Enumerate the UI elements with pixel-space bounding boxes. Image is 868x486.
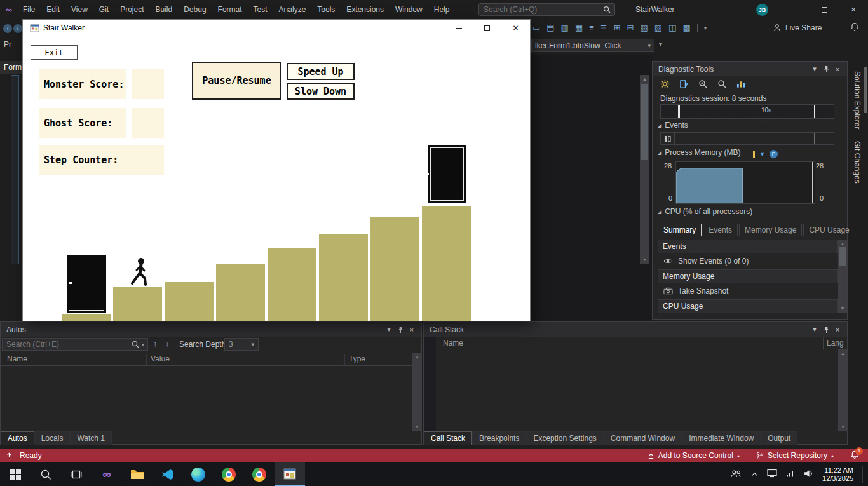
vs-close-button[interactable]: × <box>839 0 868 19</box>
edge-taskbar-icon[interactable] <box>183 462 214 486</box>
menu-analyze[interactable]: Analyze <box>273 0 312 19</box>
autos-scrollbar[interactable]: ▲ ▼ <box>412 353 422 431</box>
chrome-profile2-taskbar-icon[interactable] <box>244 462 275 486</box>
align-centers-icon[interactable]: ▤ <box>546 23 554 32</box>
timeline-ruler[interactable]: 10s <box>660 104 834 119</box>
scrollbar-thumb[interactable] <box>839 247 846 266</box>
select-repository-button[interactable]: Select Repository ▴ <box>756 451 834 460</box>
column-language[interactable]: Lang <box>823 337 844 349</box>
vscode-taskbar-icon[interactable] <box>153 462 183 486</box>
next-result-icon[interactable]: ↓ <box>165 339 170 348</box>
close-icon[interactable]: × <box>832 326 843 334</box>
close-icon[interactable]: × <box>406 326 417 334</box>
toolbar-overflow-icon[interactable]: ▾ <box>704 25 707 31</box>
menu-extensions[interactable]: Extensions <box>341 0 390 19</box>
show-events-link[interactable]: Show Events (0 of 0) <box>658 253 838 269</box>
slow-down-button[interactable]: Slow Down <box>287 83 355 100</box>
column-divider[interactable] <box>146 354 147 365</box>
scroll-down-icon[interactable]: ▼ <box>640 257 649 263</box>
rail-scrollbar-thumb[interactable] <box>864 67 867 113</box>
align-rights-icon[interactable]: ▥ <box>561 23 569 32</box>
tab-autos[interactable]: Autos <box>1 431 34 445</box>
volume-icon[interactable] <box>804 469 813 480</box>
pin-icon[interactable] <box>820 65 832 73</box>
settings-gear-icon[interactable] <box>660 79 670 91</box>
live-share-button[interactable]: Live Share <box>773 19 822 36</box>
people-icon[interactable] <box>730 469 742 480</box>
tab-immediate-window[interactable]: Immediate Window <box>682 431 761 445</box>
expander-icon[interactable]: ◢ <box>658 123 661 128</box>
quick-search-input[interactable] <box>479 5 603 14</box>
send-to-back-icon[interactable]: ▩ <box>682 23 690 32</box>
scroll-down-icon[interactable]: ▼ <box>412 424 422 430</box>
tab-command-window[interactable]: Command Window <box>604 431 682 445</box>
tab-output[interactable]: Output <box>761 431 797 445</box>
column-name[interactable]: Name <box>7 354 27 363</box>
autos-search-box[interactable]: ▾ <box>2 338 148 351</box>
expander-icon[interactable]: ◢ <box>658 150 661 156</box>
background-tasks-icon[interactable] <box>6 451 13 461</box>
navigate-forward-icon[interactable]: › <box>13 24 22 33</box>
scroll-up-icon[interactable]: ▲ <box>412 354 422 360</box>
vs-maximize-button[interactable] <box>810 0 839 19</box>
editor-scrollbar[interactable]: ▲ ▼ <box>640 75 649 264</box>
previous-result-icon[interactable]: ↑ <box>153 339 158 348</box>
exit-button[interactable]: Exit <box>31 45 78 60</box>
notifications-button[interactable]: 1 <box>850 450 859 461</box>
search-depth-combo[interactable]: 3 ▾ <box>224 338 259 351</box>
rail-tab-git-changes[interactable]: Git Changes <box>853 141 862 184</box>
menu-view[interactable]: View <box>65 0 93 19</box>
task-view-button[interactable] <box>61 462 92 486</box>
menu-help[interactable]: Help <box>428 0 456 19</box>
add-to-source-control-button[interactable]: Add to Source Control ▴ <box>648 451 740 460</box>
pause-resume-button[interactable]: Pause/Resume <box>192 62 281 100</box>
pin-icon[interactable] <box>395 326 406 334</box>
tab-events[interactable]: Events <box>703 224 738 236</box>
take-snapshot-link[interactable]: Take Snapshot <box>658 283 838 299</box>
scroll-up-icon[interactable]: ▲ <box>640 76 649 83</box>
scrollbar-thumb[interactable] <box>641 84 648 160</box>
menu-edit[interactable]: Edit <box>41 0 65 19</box>
tab-exception-settings[interactable]: Exception Settings <box>526 431 603 445</box>
menu-format[interactable]: Format <box>212 0 248 19</box>
align-bottoms-icon[interactable]: ≣ <box>600 23 607 32</box>
scroll-up-icon[interactable]: ▲ <box>838 351 848 357</box>
tab-memory-usage[interactable]: Memory Usage <box>739 224 802 236</box>
hidden-icons-chevron[interactable] <box>751 471 758 478</box>
start-button[interactable] <box>0 462 31 486</box>
vertical-spacing-icon[interactable]: ▨ <box>654 23 662 32</box>
menu-file[interactable]: File <box>17 0 41 19</box>
taskbar-search-button[interactable] <box>31 462 61 486</box>
scroll-up-icon[interactable]: ▲ <box>838 241 847 247</box>
close-icon[interactable]: × <box>832 65 843 73</box>
navigate-back-icon[interactable]: ‹ <box>3 24 12 33</box>
chevron-down-icon[interactable]: ▾ <box>142 342 144 348</box>
speed-up-button[interactable]: Speed Up <box>287 63 355 80</box>
file-explorer-taskbar-icon[interactable] <box>122 462 153 486</box>
display-icon[interactable] <box>767 469 777 480</box>
window-position-icon[interactable]: ▾ <box>809 65 820 73</box>
document-tab-form[interactable]: Form <box>0 61 22 74</box>
tab-breakpoints[interactable]: Breakpoints <box>472 431 526 445</box>
cpu-section-header[interactable]: ◢ CPU (% of all processors) <box>658 207 752 216</box>
tab-locals[interactable]: Locals <box>34 431 71 445</box>
align-lefts-icon[interactable]: ▭ <box>532 23 540 32</box>
menu-git[interactable]: Git <box>93 0 114 19</box>
make-same-height-icon[interactable]: ⊟ <box>627 23 634 32</box>
visual-studio-taskbar-icon[interactable]: ∞ <box>92 462 122 486</box>
vs-minimize-button[interactable] <box>780 0 810 19</box>
tab-watch-1[interactable]: Watch 1 <box>70 431 112 445</box>
menu-build[interactable]: Build <box>150 0 179 19</box>
autos-search-input[interactable] <box>3 340 132 349</box>
events-swimlane[interactable] <box>660 132 834 145</box>
column-value[interactable]: Value <box>151 354 170 363</box>
column-name[interactable]: Name <box>443 339 463 348</box>
events-section-header[interactable]: ◢ Events <box>658 121 688 130</box>
align-tops-icon[interactable]: ▦ <box>575 23 583 32</box>
expander-icon[interactable]: ◢ <box>658 209 661 215</box>
menu-debug[interactable]: Debug <box>178 0 212 19</box>
pin-icon[interactable] <box>820 326 832 334</box>
memory-section-header[interactable]: ◢ Process Memory (MB) <box>658 148 741 157</box>
window-position-icon[interactable]: ▾ <box>383 325 395 334</box>
column-type[interactable]: Type <box>349 354 365 363</box>
